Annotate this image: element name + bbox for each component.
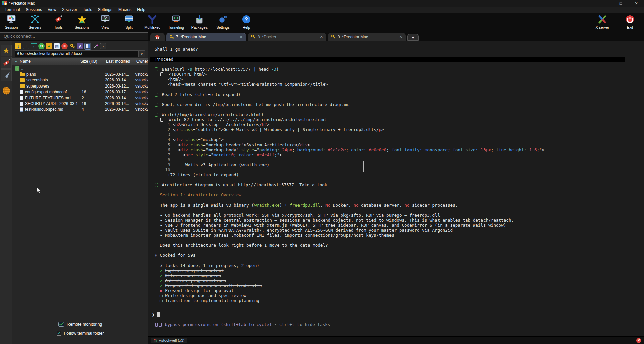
folder-row[interactable]: plans2026-03-14...vstockw...	[12, 71, 148, 77]
toolbar-tunneling[interactable]: Tunneling	[167, 14, 185, 30]
tools-knife-icon[interactable]	[1, 57, 12, 69]
tool-bullet-icon	[155, 67, 158, 71]
bottom-bar: vstockwell (x3) ✕	[148, 336, 644, 344]
file-size: 2	[78, 96, 104, 100]
key-icon[interactable]	[69, 43, 76, 49]
toolbar-view[interactable]: View	[96, 14, 115, 30]
prompt-chevron: ❯	[152, 312, 155, 317]
favorites-star-icon[interactable]: ★	[1, 45, 12, 56]
terminal-line: 4 <div class="mockup">	[155, 137, 644, 142]
parent-dir-row[interactable]: ↑..	[12, 66, 148, 71]
missing-glyph-box	[160, 72, 163, 76]
selected-option-line: Proceed	[150, 57, 625, 62]
tool-bullet-icon	[155, 93, 158, 97]
tab-7-predator-mac[interactable]: 7. *Predator Mac ✕	[166, 33, 246, 41]
home-folder-icon[interactable]: t	[15, 43, 21, 49]
menu-view[interactable]: View	[48, 7, 56, 12]
menu-settings[interactable]: Settings	[98, 7, 112, 12]
terminal-line: Architecture diagram is up at http://loc…	[155, 182, 644, 187]
tab-close-icon[interactable]: ✕	[235, 35, 243, 39]
maximize-icon[interactable]: □	[613, 0, 629, 7]
file-owner: vstockw...	[134, 78, 148, 82]
font-icon[interactable]: A	[77, 43, 83, 49]
tab-9-predator-mac[interactable]: 9. *Predator Mac ✕	[328, 33, 406, 41]
file-row[interactable]: test-buildout-spec.md42026-03-14...vstoc…	[12, 107, 148, 112]
file-table-header: ▼Name Size (KB) Last modified Owner	[12, 58, 148, 65]
toolbar-settings[interactable]: Settings	[214, 14, 232, 30]
file-row[interactable]: FUTURE-FEATURES.md22026-03-14...vstockw.…	[12, 95, 148, 101]
session-user-button[interactable]: vstockwell (x3)	[151, 338, 187, 343]
terminal-line: - MobaXterm importer parses .mobaconf IN…	[155, 233, 644, 238]
toolbar-split[interactable]: Split	[120, 14, 138, 30]
toolbar-tools[interactable]: Tools	[49, 14, 68, 30]
terminal[interactable]: Shall I go ahead?Proceed Bash(curl -s ht…	[148, 41, 644, 336]
new-tab-button[interactable]: +	[407, 34, 419, 41]
home-icon	[155, 34, 160, 39]
menu-macros[interactable]: Macros	[118, 7, 131, 12]
new-file-icon[interactable]: ▤	[54, 43, 60, 49]
file-list: ↑..plans2026-03-14...vstockw...screensho…	[12, 66, 148, 112]
terminal-line: 5 <div class="mockup-header">System Arch…	[155, 142, 644, 147]
terminal-line: 7 tasks (4 done, 1 in progress, 2 open)	[155, 263, 644, 268]
upload-icon[interactable]: ↑	[31, 43, 37, 49]
toolbar-exit[interactable]: Exit	[620, 14, 639, 30]
tab-close-icon[interactable]: ✕	[395, 35, 402, 39]
minimize-icon[interactable]: —	[598, 0, 613, 7]
menu-terminal[interactable]: Terminal	[5, 7, 20, 12]
tab-close-icon[interactable]: ✕	[315, 35, 323, 39]
terminal-box-icon[interactable]: ›	[100, 43, 106, 49]
missing-glyph-box	[155, 323, 158, 327]
panel-toggle-icon[interactable]	[85, 43, 91, 49]
send-plane-icon[interactable]	[1, 69, 12, 81]
file-row[interactable]: config-export.mobaconf162026-03-17...vst…	[12, 89, 148, 95]
column-owner[interactable]: Owner	[134, 58, 148, 65]
toolbar-multiexec[interactable]: MultiExec	[143, 14, 162, 30]
follow-terminal-folder[interactable]: ✓ Follow terminal folder	[57, 331, 104, 336]
file-modified: 2026-03-14...	[104, 101, 134, 106]
toolbar-xserver[interactable]: X server	[593, 14, 612, 30]
globe-icon[interactable]	[1, 84, 12, 96]
chevron-down-icon[interactable]: ∨	[138, 51, 145, 57]
menu-sessions[interactable]: Sessions	[26, 7, 42, 12]
menu-help[interactable]: Help	[137, 7, 145, 12]
column-name[interactable]: ▼Name	[12, 58, 78, 65]
tab-home[interactable]	[150, 33, 165, 41]
prompt-input[interactable]: ❯	[152, 312, 644, 318]
split-icon	[124, 14, 134, 25]
quick-connect-input[interactable]: Quick connect...	[0, 32, 148, 40]
terminal-line: <html>	[155, 77, 644, 82]
xserver-icon	[597, 14, 607, 25]
close-icon[interactable]: ✕	[629, 0, 644, 7]
menu-x-server[interactable]: X server	[62, 7, 77, 12]
column-modified[interactable]: Last modified	[104, 58, 134, 65]
remote-monitoring[interactable]: Remote monitoring	[58, 322, 102, 327]
mini-terminal-icon	[154, 339, 157, 342]
close-session-icon[interactable]: ✕	[636, 338, 641, 343]
packages-icon	[194, 14, 204, 25]
download-icon[interactable]: ↓	[23, 43, 29, 49]
terminal-line: □ Transition to implementation planning	[155, 298, 644, 303]
folder-row[interactable]: superpowers2026-03-12...vstockw...	[12, 83, 148, 89]
terminal-line: Write(/tmp/brainstorm/architecture.html)	[155, 112, 644, 117]
file-size: 19	[78, 101, 104, 106]
toolbar-help[interactable]: ? Help	[237, 14, 256, 30]
file-name: ..	[21, 66, 24, 71]
terminal-line	[155, 197, 644, 203]
column-size[interactable]: Size (KB)	[78, 58, 104, 65]
new-folder-icon[interactable]: +	[46, 43, 52, 49]
checkbox-checked-icon[interactable]: ✓	[57, 331, 61, 336]
terminal-line: 1 <h2>Wraith Desktop — Architecture</h2>	[155, 122, 644, 127]
toolbar-sessions[interactable]: Sessions	[73, 14, 91, 30]
wand-icon[interactable]: ✦	[92, 43, 99, 49]
toolbar-session[interactable]: Session	[2, 14, 21, 30]
toolbar-packages[interactable]: Packages	[190, 14, 209, 30]
path-bar[interactable]: /Users/vstockwell/repos/wraith/docs/ ∨	[15, 50, 145, 57]
menu-tools[interactable]: Tools	[83, 7, 92, 12]
terminal-line: □ Write design doc and spec review	[155, 293, 644, 298]
folder-row[interactable]: screenshots2026-03-14...vstockw...	[12, 77, 148, 83]
delete-icon[interactable]: ✕	[61, 43, 68, 49]
refresh-icon[interactable]: ↻	[38, 43, 45, 49]
toolbar-servers[interactable]: Servers	[26, 14, 44, 30]
tab-8-docker[interactable]: 8. *Docker ✕	[248, 33, 326, 41]
file-row[interactable]: SECURITY-AUDIT-2026-03-1...192026-03-14.…	[12, 101, 148, 106]
